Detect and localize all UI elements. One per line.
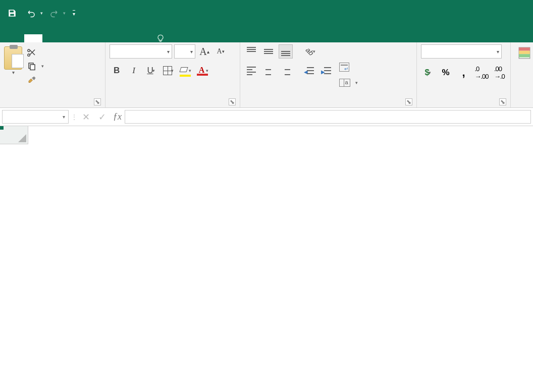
tab-page-layout[interactable] xyxy=(61,34,79,42)
merge-center-button[interactable]: a ▾ xyxy=(336,77,361,89)
fill-color-button[interactable]: ▾ xyxy=(178,64,192,78)
enter-formula-button[interactable]: ✓ xyxy=(94,108,110,126)
redo-icon xyxy=(49,9,59,18)
align-left-button[interactable] xyxy=(244,64,258,78)
group-alignment: ab▾ ◀ ▶ xyxy=(240,42,417,107)
orientation-button[interactable]: ab▾ xyxy=(304,44,318,59)
tab-data[interactable] xyxy=(97,34,115,42)
decrease-decimal-icon: .00→.0 xyxy=(494,65,505,80)
fill-handle[interactable] xyxy=(0,126,4,130)
italic-button[interactable]: I xyxy=(127,64,141,78)
insert-function-button[interactable]: ƒx xyxy=(110,108,125,126)
copy-dropdown[interactable]: ▾ xyxy=(41,64,44,69)
wrap-text-button[interactable] xyxy=(336,61,361,74)
wrap-text-icon xyxy=(339,63,349,72)
undo-dropdown[interactable]: ▾ xyxy=(40,11,43,16)
bold-icon: B xyxy=(114,66,120,76)
redo-button[interactable] xyxy=(46,5,62,21)
conditional-formatting-button[interactable] xyxy=(515,44,533,60)
undo-icon xyxy=(27,9,36,18)
decrease-indent-icon: ◀ xyxy=(304,66,314,75)
format-painter-button[interactable] xyxy=(25,75,46,86)
save-button[interactable] xyxy=(4,5,20,21)
svg-rect-4 xyxy=(519,51,530,54)
align-top-icon xyxy=(247,47,256,56)
underline-button[interactable]: U▾ xyxy=(144,64,158,78)
align-top-button[interactable] xyxy=(244,44,258,59)
tab-formulas[interactable] xyxy=(79,34,97,42)
italic-icon: I xyxy=(132,66,135,76)
align-bottom-button[interactable] xyxy=(279,44,293,59)
ribbon-tabs xyxy=(0,24,533,42)
increase-font-icon: A xyxy=(199,46,206,58)
group-label-clipboard: ⬊ xyxy=(4,104,101,106)
fx-icon: ƒx xyxy=(113,111,122,122)
tab-file[interactable] xyxy=(3,34,24,42)
align-right-button[interactable] xyxy=(279,64,293,78)
percent-button[interactable]: % xyxy=(439,66,452,80)
scissors-icon xyxy=(27,47,36,57)
group-label-alignment: ⬊ xyxy=(244,104,412,106)
alignment-launcher[interactable]: ⬊ xyxy=(405,98,412,105)
paste-dropdown[interactable]: ▾ xyxy=(12,70,15,75)
paintbrush-icon xyxy=(27,76,36,85)
group-styles-truncated xyxy=(511,42,533,107)
cut-button[interactable] xyxy=(25,46,46,58)
font-color-button[interactable]: A▾ xyxy=(195,64,209,78)
cancel-formula-button[interactable]: ✕ xyxy=(78,108,94,126)
tab-home[interactable] xyxy=(24,34,42,42)
bold-button[interactable]: B xyxy=(110,64,124,78)
align-bottom-icon xyxy=(281,47,290,56)
decrease-decimal-button[interactable]: .00→.0 xyxy=(493,66,506,80)
name-box[interactable]: ▾ xyxy=(2,110,69,124)
group-clipboard: ▾ ▾ ⬊ xyxy=(0,42,105,107)
tab-view[interactable] xyxy=(133,34,151,42)
merge-icon: a xyxy=(339,79,350,87)
save-icon xyxy=(8,9,17,18)
font-launcher[interactable]: ⬊ xyxy=(229,98,236,105)
tab-insert[interactable] xyxy=(42,34,61,42)
tab-review[interactable] xyxy=(115,34,133,42)
align-center-button[interactable] xyxy=(261,64,276,78)
accounting-format-button[interactable]: $▾ xyxy=(421,66,435,80)
quick-access-toolbar: ▾ ▾ ▾ xyxy=(4,5,79,21)
copy-button[interactable]: ▾ xyxy=(25,61,46,72)
undo-button[interactable] xyxy=(23,5,39,21)
align-middle-icon xyxy=(264,47,273,56)
percent-icon: % xyxy=(442,68,450,78)
number-launcher[interactable]: ⬊ xyxy=(499,98,506,105)
group-label-font: ⬊ xyxy=(110,104,236,106)
decrease-font-button[interactable]: A▾ xyxy=(214,44,228,59)
align-middle-button[interactable] xyxy=(261,44,276,59)
decrease-font-icon: A xyxy=(217,47,222,55)
paste-button[interactable]: ▾ xyxy=(4,44,22,104)
fill-icon xyxy=(180,67,190,75)
svg-rect-3 xyxy=(519,47,530,51)
qat-customize[interactable]: ▾ xyxy=(69,5,79,21)
borders-icon xyxy=(163,66,172,75)
increase-decimal-icon: .0→.00 xyxy=(474,65,488,80)
increase-decimal-button[interactable]: .0→.00 xyxy=(474,66,488,80)
formula-input[interactable] xyxy=(125,110,531,124)
clipboard-launcher[interactable]: ⬊ xyxy=(94,98,101,105)
font-name-combo[interactable]: ▾ xyxy=(110,44,172,59)
lightbulb-icon xyxy=(156,34,165,42)
align-right-icon xyxy=(281,67,290,75)
font-size-combo[interactable]: ▾ xyxy=(174,44,195,59)
increase-indent-icon: ▶ xyxy=(321,66,331,75)
merge-dropdown[interactable]: ▾ xyxy=(355,80,358,85)
x-icon: ✕ xyxy=(82,111,90,123)
redo-dropdown[interactable]: ▾ xyxy=(63,11,66,16)
decrease-indent-button[interactable]: ◀ xyxy=(302,64,316,78)
increase-indent-button[interactable]: ▶ xyxy=(319,64,333,78)
select-all-corner[interactable] xyxy=(0,126,28,144)
tell-me-search[interactable] xyxy=(156,34,169,42)
borders-button[interactable]: ▾ xyxy=(161,64,175,78)
number-format-combo[interactable]: ▾ xyxy=(421,44,502,59)
increase-font-button[interactable]: A▴ xyxy=(197,44,211,59)
comma-button[interactable]: , xyxy=(457,66,470,80)
group-label-number: ⬊ xyxy=(421,104,506,106)
formula-bar: ▾ ⋮ ✕ ✓ ƒx xyxy=(0,108,533,126)
group-number: ▾ $▾ % , .0→.00 .00→.0 ⬊ xyxy=(417,42,511,107)
caret-down-icon: ▾ xyxy=(73,10,75,17)
